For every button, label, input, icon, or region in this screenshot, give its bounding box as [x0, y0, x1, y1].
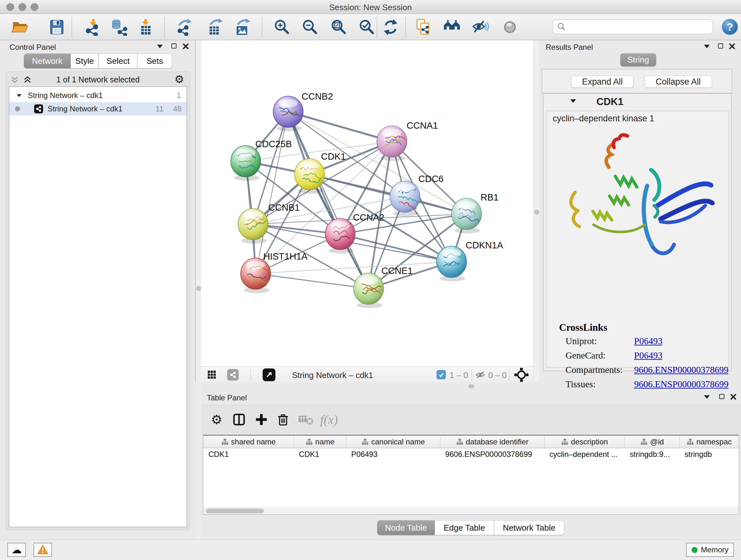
cloud-button[interactable]: ☁ — [7, 543, 26, 557]
export-table-icon[interactable] — [207, 18, 225, 36]
scrollbar-thumb[interactable] — [206, 509, 264, 513]
expand-all-button[interactable]: Expand All — [571, 76, 633, 88]
panel-menu-icon[interactable] — [704, 45, 710, 48]
right-splitter[interactable] — [533, 40, 539, 382]
export-image-icon[interactable] — [234, 18, 252, 36]
import-table-icon[interactable] — [137, 18, 154, 36]
tab-network[interactable]: Network — [24, 54, 71, 68]
panel-close-icon[interactable] — [183, 43, 189, 50]
network-node-cdkn1a[interactable]: CDKN1A — [436, 240, 503, 281]
home-icon[interactable] — [443, 18, 461, 36]
column-header[interactable]: database identifier — [440, 435, 544, 448]
network-graph[interactable]: CCNB2CCNA1CDC25BCDK1CDC6RB1CCNB1CCNA2CDK… — [201, 40, 533, 367]
network-edge[interactable] — [256, 273, 368, 289]
network-node-ccna1[interactable]: CCNA1 — [377, 120, 438, 161]
node-label: HIST1H1A — [263, 251, 308, 261]
grid-mode-icon[interactable] — [207, 370, 216, 381]
network-edge[interactable] — [256, 112, 288, 273]
cell-id[interactable]: stringdb:9... — [624, 448, 679, 460]
tab-node-table[interactable]: Node Table — [377, 520, 434, 535]
import-network-database-icon[interactable] — [111, 18, 128, 36]
panel-float-icon[interactable] — [718, 44, 723, 49]
zoom-in-icon[interactable] — [273, 18, 291, 36]
export-network-icon[interactable] — [176, 18, 193, 36]
open-in-window-icon[interactable] — [263, 368, 275, 381]
column-header[interactable]: name — [294, 435, 346, 448]
cell-description[interactable]: cyclin–dependent ... — [544, 448, 625, 460]
column-header[interactable]: description — [544, 435, 625, 448]
warnings-button[interactable] — [33, 543, 52, 557]
network-edge[interactable] — [288, 112, 392, 141]
network-canvas[interactable]: CCNB2CCNA1CDC25BCDK1CDC6RB1CCNB1CCNA2CDK… — [201, 40, 533, 367]
tab-sets[interactable]: Sets — [138, 54, 172, 68]
crosslink-tissues-link[interactable]: 9606.ENSP00000378699 — [634, 379, 729, 389]
warning-icon — [37, 545, 49, 555]
tab-network-table[interactable]: Network Table — [494, 520, 564, 535]
refresh-icon[interactable] — [382, 18, 400, 36]
fit-selected-icon[interactable] — [515, 368, 529, 382]
network-node-cdc6[interactable]: CDC6 — [390, 174, 444, 216]
panel-float-icon[interactable] — [719, 394, 724, 399]
left-splitter[interactable] — [195, 40, 201, 382]
zoom-out-icon[interactable] — [301, 18, 319, 36]
hide-selected-icon[interactable] — [472, 18, 489, 36]
network-node-ccne1[interactable]: CCNE1 — [354, 266, 413, 308]
tab-select[interactable]: Select — [98, 54, 138, 68]
network-node-cdc25b[interactable]: CDC25B — [231, 139, 292, 181]
section-collapse-icon[interactable] — [570, 99, 576, 103]
panel-close-icon[interactable] — [730, 394, 737, 400]
table-row[interactable]: CDK1 CDK1 P06493 9606.ENSP00000378699 cy… — [203, 448, 739, 460]
crosslink-compartments-link[interactable]: 9606.ENSP00000378699 — [634, 365, 729, 375]
panel-float-icon[interactable] — [172, 44, 177, 49]
cell-canonical-name[interactable]: P06493 — [346, 448, 440, 460]
create-column-icon[interactable] — [253, 412, 269, 428]
network-node-ccnb2[interactable]: CCNB2 — [273, 91, 333, 131]
panel-menu-icon[interactable] — [157, 45, 163, 48]
table-tabs: Node Table Edge Table Network Table — [377, 520, 564, 535]
cell-database-identifier[interactable]: 9606.ENSP00000378699 — [440, 448, 544, 460]
network-node-ccnb1[interactable]: CCNB1 — [238, 202, 300, 244]
splitter-handle[interactable] — [196, 286, 201, 291]
splitter-handle[interactable] — [534, 210, 539, 214]
tab-style[interactable]: Style — [71, 54, 98, 68]
table-horizontal-scrollbar[interactable] — [203, 507, 739, 514]
fit-content-icon[interactable] — [330, 18, 348, 36]
table-options-gear-icon[interactable]: ⚙ — [209, 412, 225, 428]
network-edge[interactable] — [288, 112, 368, 289]
memory-button[interactable]: Memory — [686, 543, 734, 557]
zoom-selected-icon[interactable] — [358, 18, 376, 36]
hidden-eye-icon[interactable] — [475, 371, 485, 379]
column-header[interactable]: namespac — [679, 435, 739, 448]
column-header[interactable]: @id — [624, 435, 679, 448]
crosslink-uniprot-link[interactable]: P06493 — [634, 336, 663, 347]
delete-column-icon[interactable] — [275, 412, 291, 428]
network-node-rb1[interactable]: RB1 — [452, 192, 498, 233]
search-input[interactable] — [569, 20, 713, 33]
tab-edge-table[interactable]: Edge Table — [434, 520, 494, 535]
column-header[interactable]: shared name — [203, 435, 294, 448]
column-header[interactable]: canonical name — [346, 435, 440, 448]
help-icon[interactable]: ? — [722, 19, 738, 35]
crosslink-genecard-link[interactable]: P06493 — [634, 350, 663, 361]
string-view-icon[interactable] — [227, 369, 239, 381]
save-session-icon[interactable] — [48, 18, 66, 36]
network-view-toolbar: String Network – cdk1 1 – 0 0 – 0 — [201, 367, 533, 382]
splitter-handle[interactable] — [468, 384, 474, 388]
cell-namespace[interactable]: stringdb — [679, 448, 739, 460]
network-collection-row[interactable]: String Network – cdk1 1 — [9, 89, 187, 102]
tab-string[interactable]: String — [620, 53, 656, 66]
cell-shared-name[interactable]: CDK1 — [203, 448, 294, 460]
collapse-all-button[interactable]: Collapse All — [644, 76, 712, 88]
open-session-icon[interactable] — [11, 18, 29, 36]
network-row-selected[interactable]: String Network – cdk1 11 48 — [9, 102, 187, 116]
panel-menu-icon[interactable] — [704, 395, 710, 399]
show-columns-icon[interactable] — [231, 412, 247, 428]
selected-checkbox-icon[interactable] — [436, 370, 446, 379]
collection-expand-icon[interactable] — [17, 94, 21, 97]
cell-name[interactable]: CDK1 — [294, 448, 346, 460]
network-options-gear-icon[interactable]: ⚙ — [175, 74, 184, 84]
first-neighbors-icon[interactable] — [415, 18, 433, 36]
graphics-details-icon[interactable] — [501, 18, 519, 36]
import-network-file-icon[interactable] — [84, 18, 102, 36]
panel-close-icon[interactable] — [729, 43, 735, 50]
